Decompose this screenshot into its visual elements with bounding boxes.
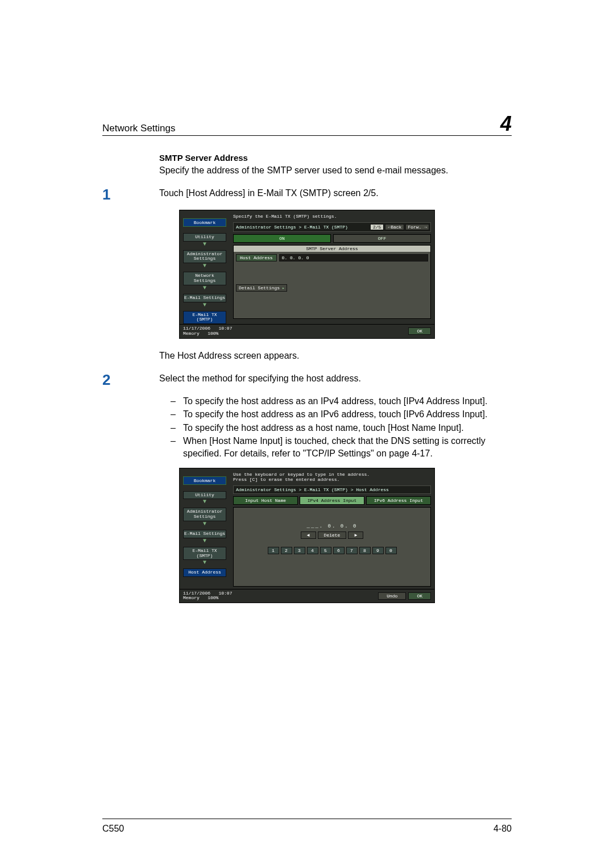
nav-email-tx-smtp[interactable]: E-Mail TX (SMTP) [183, 547, 226, 560]
page-indicator: 2/5 [370, 224, 384, 230]
bullet-3: To specify the host address as a host na… [183, 422, 512, 434]
nav-email-settings[interactable]: E-Mail Settings [183, 530, 226, 538]
nav-network-settings[interactable]: Network Settings [183, 272, 226, 285]
off-tab[interactable]: OFF [333, 234, 431, 243]
chevron-down-icon: ▼ [183, 302, 226, 308]
status-date: 11/17/2006 [183, 591, 210, 596]
bullet-4: When [Host Name Input] is touched, check… [183, 435, 512, 459]
step-1: 1 Touch [Host Address] in E-Mail TX (SMT… [102, 187, 512, 202]
status-mem-val: 100% [208, 331, 218, 336]
bookmark-button[interactable]: Bookmark [183, 476, 226, 485]
nav-utility[interactable]: Utility [183, 491, 226, 500]
footer-model: C550 [102, 824, 124, 834]
page-header: Network Settings 4 [102, 114, 512, 136]
header-title: Network Settings [102, 123, 176, 134]
footer-page: 4-80 [493, 824, 512, 834]
status-time: 10:07 [218, 591, 232, 596]
breadcrumb: Administrator Settings > E-Mail TX (SMTP… [235, 487, 429, 492]
host-address-field[interactable]: 0. 0. 0. 0 [279, 254, 428, 261]
status-date: 11/17/2006 [183, 326, 210, 331]
delete-button[interactable]: Delete [318, 531, 347, 539]
dash-icon: – [171, 435, 183, 459]
dash-icon: – [171, 408, 183, 421]
bullet-2: To specify the host address as an IPv6 a… [183, 408, 512, 421]
cursor-left-button[interactable]: ◄ [301, 531, 316, 539]
forward-button[interactable]: Forw. → [405, 224, 429, 230]
numkey-7[interactable]: 7 [346, 547, 358, 554]
section-title: SMTP Server Address [159, 153, 512, 163]
step-1-number: 1 [102, 187, 159, 202]
dash-icon: – [171, 395, 183, 408]
numkey-2[interactable]: 2 [281, 547, 292, 554]
tab-ipv6-input[interactable]: IPv6 Address Input [366, 496, 431, 505]
undo-button[interactable]: Undo [378, 592, 406, 600]
numkey-8[interactable]: 8 [359, 547, 371, 554]
chevron-down-icon: ▼ [183, 559, 226, 566]
numkey-5[interactable]: 5 [320, 547, 331, 554]
status-mem-val: 100% [208, 595, 218, 600]
detail-settings-button[interactable]: Detail Settings [236, 284, 287, 292]
device-screen-1: Bookmark Utility ▼ Administrator Setting… [179, 210, 435, 339]
ok-button[interactable]: OK [408, 327, 431, 335]
numkey-3[interactable]: 3 [294, 547, 305, 554]
host-address-button[interactable]: Host Address [236, 254, 277, 261]
chevron-down-icon: ▼ [183, 241, 226, 247]
step-2-text: Select the method for specifying the hos… [159, 372, 512, 385]
numkey-6[interactable]: 6 [333, 547, 345, 554]
status-time: 10:07 [218, 326, 232, 331]
nav-host-address[interactable]: Host Address [183, 568, 226, 577]
breadcrumb: Administrator Settings > E-Mail TX (SMTP… [235, 225, 369, 230]
chevron-down-icon: ▼ [183, 285, 226, 291]
back-button[interactable]: ←Back [385, 224, 404, 230]
bookmark-button[interactable]: Bookmark [183, 218, 226, 227]
status-footer: 11/17/2006 10:07 Memory 100% [183, 326, 406, 337]
breadcrumb-bar: Administrator Settings > E-Mail TX (SMTP… [233, 485, 431, 494]
ok-button[interactable]: OK [408, 592, 431, 600]
tab-ipv4-input[interactable]: IPv4 Address Input [300, 496, 364, 505]
bullet-1: To specify the host address as an IPv4 a… [183, 395, 512, 408]
chevron-down-icon: ▼ [183, 499, 226, 505]
step-2-number: 2 [102, 372, 159, 387]
step-2: 2 Select the method for specifying the h… [102, 372, 512, 387]
nav-admin-settings[interactable]: Administrator Settings [183, 508, 226, 521]
on-tab[interactable]: ON [233, 234, 331, 243]
step-1-after: The Host Address screen appears. [159, 350, 512, 362]
chevron-down-icon: ▼ [183, 538, 226, 544]
cursor-right-button[interactable]: ► [348, 531, 363, 539]
status-mem-label: Memory [183, 595, 200, 600]
screen-instruction: Specify the E-Mail TX (SMTP) settings. [233, 213, 431, 222]
chevron-down-icon: ▼ [183, 263, 226, 269]
status-footer: 11/17/2006 10:07 Memory 100% [183, 591, 376, 601]
step-2-bullets: –To specify the host address as an IPv4 … [171, 395, 512, 460]
chevron-down-icon: ▼ [183, 521, 226, 527]
panel-title: SMTP Server Address [234, 246, 430, 252]
section-intro: Specify the address of the SMTP server u… [159, 165, 512, 177]
nav-admin-settings[interactable]: Administrator Settings [183, 250, 226, 264]
nav-email-settings[interactable]: E-Mail Settings [183, 294, 226, 302]
device-screen-2: Bookmark Utility ▼ Administrator Setting… [179, 468, 435, 604]
step-1-text: Touch [Host Address] in E-Mail TX (SMTP)… [159, 187, 512, 200]
numkey-0[interactable]: 0 [385, 547, 397, 554]
nav-email-tx-smtp[interactable]: E-Mail TX (SMTP) [183, 311, 226, 325]
chapter-number: 4 [500, 114, 512, 134]
numkey-9[interactable]: 9 [372, 547, 384, 554]
screen-instruction: Use the keyboard or keypad to type in th… [233, 471, 431, 485]
page-footer: C550 4-80 [102, 819, 512, 834]
tab-input-host-name[interactable]: Input Host Name [233, 496, 298, 505]
ip-display: ___. 0. 0. 0 [236, 524, 428, 529]
nav-utility[interactable]: Utility [183, 233, 226, 242]
dash-icon: – [171, 422, 183, 434]
numkey-1[interactable]: 1 [268, 547, 279, 554]
status-mem-label: Memory [183, 331, 200, 336]
numkey-4[interactable]: 4 [307, 547, 318, 554]
breadcrumb-bar: Administrator Settings > E-Mail TX (SMTP… [233, 222, 431, 232]
